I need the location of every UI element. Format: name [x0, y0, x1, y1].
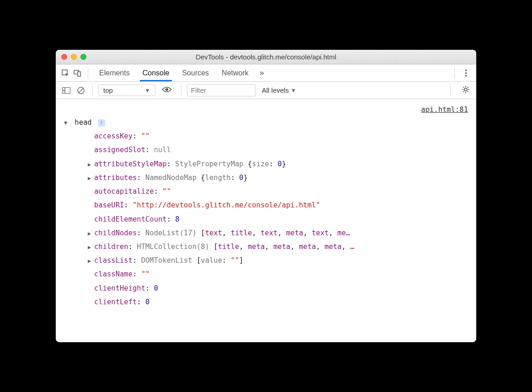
root-label: head	[74, 118, 91, 127]
property-row[interactable]: children: HTMLCollection(8) [title, meta…	[64, 240, 470, 254]
context-selector[interactable]: top ▼	[98, 85, 155, 96]
chevron-down-icon: ▼	[291, 87, 296, 94]
info-icon[interactable]: i	[98, 119, 105, 127]
property-row[interactable]: assignedSlot: null	[64, 143, 470, 157]
close-button[interactable]	[61, 54, 67, 60]
property-row[interactable]: attributeStyleMap: StylePropertyMap {siz…	[64, 157, 470, 171]
svg-line-16	[463, 87, 464, 88]
inspect-icon[interactable]	[59, 69, 71, 77]
tab-console-label: Console	[143, 69, 170, 77]
property-row[interactable]: className: ""	[64, 267, 470, 281]
property-row[interactable]: attributes: NamedNodeMap {length: 0}	[64, 171, 470, 185]
disclosure-triangle-icon[interactable]	[88, 173, 94, 184]
svg-point-10	[165, 88, 168, 91]
tab-sources-label: Sources	[182, 69, 209, 77]
property-row[interactable]: accessKey: ""	[64, 129, 470, 143]
svg-line-18	[468, 87, 468, 88]
tab-elements[interactable]: Elements	[93, 64, 136, 81]
svg-line-19	[463, 91, 464, 92]
property-row[interactable]: clientLeft: 0	[64, 295, 470, 309]
chevron-down-icon: ▼	[145, 87, 150, 94]
sidebar-toggle-icon[interactable]	[60, 85, 72, 96]
tab-console[interactable]: Console	[136, 64, 176, 81]
disclosure-triangle-icon[interactable]	[64, 118, 70, 128]
property-row[interactable]: childElementCount: 8	[64, 212, 470, 226]
panel-tabbar: Elements Console Sources Network »	[56, 64, 476, 82]
filter-input[interactable]	[187, 84, 255, 96]
minimize-button[interactable]	[71, 54, 77, 60]
property-row[interactable]: clientHeight: 0	[64, 281, 470, 295]
property-row[interactable]: classList: DOMTokenList [value: ""]	[64, 254, 470, 267]
source-link[interactable]: api.html:81	[421, 103, 468, 117]
clear-console-icon[interactable]	[75, 85, 87, 96]
traffic-lights	[61, 54, 86, 60]
svg-point-11	[464, 88, 467, 91]
device-toggle-icon[interactable]	[71, 69, 83, 77]
disclosure-triangle-icon[interactable]	[88, 159, 94, 170]
tabs-overflow-icon[interactable]: »	[255, 64, 269, 81]
log-levels-selector[interactable]: All levels ▼	[258, 86, 300, 94]
svg-rect-6	[63, 87, 70, 93]
tab-sources[interactable]: Sources	[176, 64, 215, 81]
svg-line-17	[468, 91, 468, 92]
disclosure-triangle-icon[interactable]	[88, 242, 94, 253]
svg-rect-2	[78, 72, 80, 76]
svg-point-3	[465, 69, 467, 71]
log-levels-label: All levels	[262, 86, 289, 94]
window-title: DevTools - devtools.glitch.me/console/ap…	[56, 53, 476, 61]
svg-point-4	[465, 72, 467, 74]
disclosure-triangle-icon[interactable]	[88, 228, 94, 239]
property-row[interactable]: baseURI: "http://devtools.glitch.me/cons…	[64, 198, 470, 212]
property-row[interactable]: childNodes: NodeList(17) [text, title, t…	[64, 226, 470, 240]
disclosure-triangle-icon[interactable]	[88, 256, 94, 266]
context-selector-value: top	[103, 86, 113, 94]
console-output: api.html:81 head i accessKey: "" assigne…	[56, 99, 476, 342]
console-settings-icon[interactable]	[456, 85, 472, 95]
tree-root[interactable]: head i	[64, 116, 470, 129]
svg-line-9	[79, 88, 83, 93]
tab-elements-label: Elements	[99, 69, 130, 77]
svg-point-5	[465, 75, 467, 77]
live-expression-icon[interactable]	[158, 86, 176, 95]
console-toolbar: top ▼ All levels ▼	[56, 82, 476, 99]
zoom-button[interactable]	[80, 54, 86, 60]
property-row[interactable]: autocapitalize: ""	[64, 185, 470, 198]
devtools-window: DevTools - devtools.glitch.me/console/ap…	[56, 50, 476, 342]
tab-network[interactable]: Network	[215, 64, 255, 81]
kebab-menu-icon[interactable]	[459, 64, 473, 81]
tab-network-label: Network	[222, 69, 249, 77]
titlebar: DevTools - devtools.glitch.me/console/ap…	[56, 50, 476, 64]
object-tree: head i accessKey: "" assignedSlot: null …	[64, 116, 470, 309]
